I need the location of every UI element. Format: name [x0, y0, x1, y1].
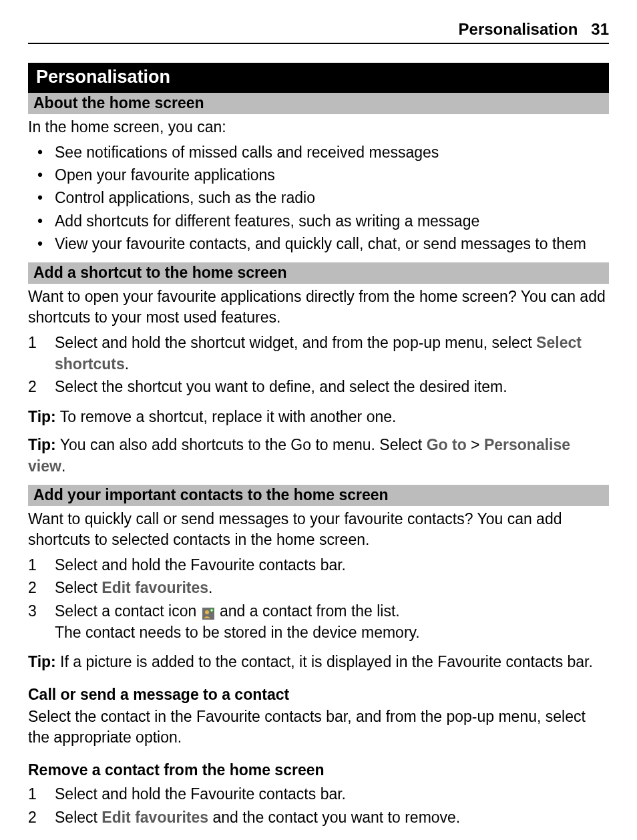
list-item: 2 Select the shortcut you want to define…	[28, 376, 609, 397]
step-text-pre: Select a contact icon	[55, 602, 201, 620]
step-text: Select and hold the Favourite contacts b…	[55, 783, 346, 805]
list-item: 3 Select a contact icon and a contact fr…	[28, 600, 609, 643]
step-number: 2	[28, 577, 55, 598]
tip-remove-shortcut: Tip: To remove a shortcut, replace it wi…	[28, 406, 609, 427]
ui-label-edit-favourites: Edit favourites	[101, 579, 208, 596]
ui-label-edit-favourites: Edit favourites	[101, 809, 208, 826]
bullet-icon: •	[28, 187, 55, 208]
step-number: 2	[28, 376, 55, 397]
step-number: 1	[28, 332, 55, 375]
tip-text-gt: >	[467, 436, 484, 453]
svg-point-1	[205, 610, 209, 614]
step-number: 3	[28, 600, 55, 643]
list-item: • View your favourite contacts, and quic…	[28, 233, 609, 254]
bullet-text: Add shortcuts for different features, su…	[55, 210, 479, 232]
list-item: 2 Select Edit favourites and the contact…	[28, 807, 609, 828]
bullet-text: See notifications of missed calls and re…	[55, 142, 439, 163]
bullet-text: View your favourite contacts, and quickl…	[55, 233, 586, 254]
step-number: 2	[28, 807, 55, 828]
tip-goto-shortcut: Tip: You can also add shortcuts to the G…	[28, 434, 609, 477]
step-note: The contact needs to be stored in the de…	[55, 622, 420, 643]
step-text-pre: Select	[55, 579, 101, 596]
add-contacts-intro: Want to quickly call or send messages to…	[28, 509, 609, 550]
svg-rect-4	[210, 610, 212, 611]
step-text: Select the shortcut you want to define, …	[55, 376, 507, 397]
heading-about-home-screen: About the home screen	[28, 93, 609, 114]
list-item: • Add shortcuts for different features, …	[28, 210, 609, 232]
step-number: 1	[28, 783, 55, 805]
ui-label-go-to: Go to	[427, 436, 467, 453]
step-text-post: .	[125, 355, 129, 373]
step-text: Select Edit favourites and the contact y…	[55, 807, 460, 828]
step-text-pre: Select and hold the shortcut widget, and…	[55, 334, 536, 351]
bullet-icon: •	[28, 210, 55, 232]
running-header: Personalisation 31	[28, 20, 609, 44]
tip-text-pre: You can also add shortcuts to the Go to …	[56, 436, 427, 453]
list-item: 1 Select and hold the Favourite contacts…	[28, 554, 609, 576]
step-text: Select a contact icon and a contact from…	[55, 600, 420, 643]
bullet-icon: •	[28, 142, 55, 163]
step-number: 1	[28, 554, 55, 576]
section-title-black: Personalisation	[28, 63, 609, 93]
add-shortcut-intro: Want to open your favourite applications…	[28, 286, 609, 328]
step-text: Select Edit favourites.	[55, 577, 212, 598]
bullet-text: Open your favourite applications	[55, 164, 275, 186]
step-text-post: and a contact from the list.	[216, 602, 400, 620]
list-item: • See notifications of missed calls and …	[28, 142, 609, 163]
list-item: 1 Select and hold the shortcut widget, a…	[28, 332, 609, 375]
remove-contact-steps: 1 Select and hold the Favourite contacts…	[28, 783, 609, 827]
step-text: Select and hold the Favourite contacts b…	[55, 554, 346, 576]
heading-add-shortcut: Add a shortcut to the home screen	[28, 262, 609, 284]
bullet-icon: •	[28, 233, 55, 254]
add-contact-icon	[202, 608, 214, 620]
add-shortcut-steps: 1 Select and hold the shortcut widget, a…	[28, 332, 609, 398]
call-send-text: Select the contact in the Favourite cont…	[28, 706, 609, 748]
tip-text-post: .	[61, 457, 65, 475]
step-text: Select and hold the shortcut widget, and…	[55, 332, 609, 375]
heading-add-contacts: Add your important contacts to the home …	[28, 485, 609, 506]
step-text-post: .	[208, 579, 212, 596]
header-title: Personalisation	[459, 20, 578, 39]
tip-text: If a picture is added to the contact, it…	[56, 653, 593, 670]
bullet-text: Control applications, such as the radio	[55, 187, 315, 208]
header-page-number: 31	[591, 20, 609, 39]
tip-text: To remove a shortcut, replace it with an…	[56, 408, 397, 425]
list-item: • Control applications, such as the radi…	[28, 187, 609, 208]
list-item: 2 Select Edit favourites.	[28, 577, 609, 598]
list-item: 1 Select and hold the Favourite contacts…	[28, 783, 609, 805]
about-intro: In the home screen, you can:	[28, 117, 609, 138]
list-item: • Open your favourite applications	[28, 164, 609, 186]
about-bullets: • See notifications of missed calls and …	[28, 142, 609, 254]
heading-remove-contact: Remove a contact from the home screen	[28, 761, 609, 779]
tip-label: Tip:	[28, 408, 56, 425]
step-text-pre: Select	[55, 809, 101, 826]
step-text-post: and the contact you want to remove.	[208, 809, 460, 826]
add-contacts-steps: 1 Select and hold the Favourite contacts…	[28, 554, 609, 643]
tip-contact-picture: Tip: If a picture is added to the contac…	[28, 651, 609, 672]
tip-label: Tip:	[28, 436, 56, 453]
page-container: Personalisation 31 Personalisation About…	[0, 0, 637, 840]
tip-label: Tip:	[28, 653, 56, 670]
bullet-icon: •	[28, 164, 55, 186]
heading-call-send: Call or send a message to a contact	[28, 686, 609, 704]
